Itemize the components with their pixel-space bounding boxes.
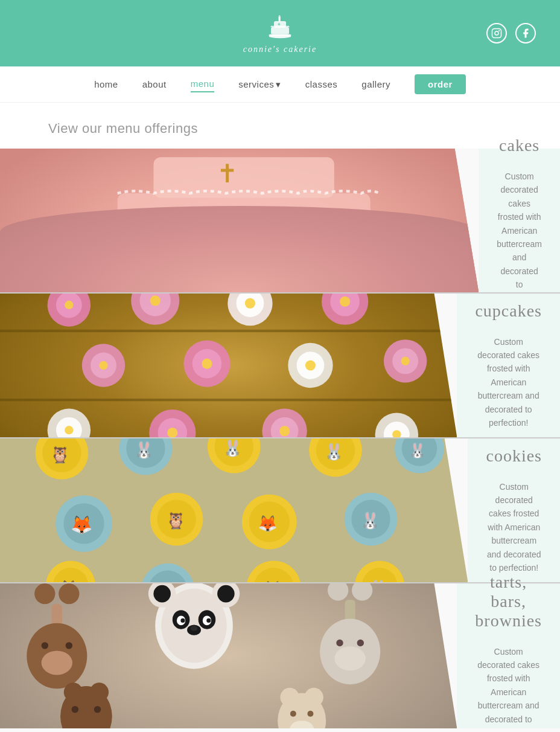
svg-point-16 bbox=[164, 245, 197, 277]
svg-point-109 bbox=[180, 618, 185, 623]
svg-point-110 bbox=[206, 618, 211, 623]
svg-point-135 bbox=[94, 706, 101, 713]
svg-text:🐰: 🐰 bbox=[223, 438, 243, 458]
svg-text:🐰: 🐰 bbox=[369, 579, 387, 582]
menu-item-cookies: 🦉 🐰 🐰 🐰 🐰 � bbox=[0, 438, 560, 583]
svg-text:🐰: 🐰 bbox=[134, 440, 154, 460]
cakes-illustration: ✝ bbox=[0, 149, 479, 292]
svg-point-121 bbox=[59, 583, 79, 604]
cookies-title: cookies bbox=[486, 446, 542, 466]
cakes-title: cakes bbox=[499, 136, 539, 155]
menu-item-cakes: ✝ cakes Custom decorated cakes frosted w… bbox=[0, 149, 560, 294]
svg-point-26 bbox=[65, 301, 73, 309]
svg-point-133 bbox=[90, 682, 109, 701]
svg-point-132 bbox=[64, 682, 83, 701]
svg-point-11 bbox=[59, 257, 420, 292]
svg-point-137 bbox=[280, 688, 299, 707]
cupcakes-illustration bbox=[0, 294, 457, 437]
menu-item-cupcakes: cupcakes Custom decorated cakes frosted … bbox=[0, 294, 560, 438]
svg-point-120 bbox=[34, 583, 55, 604]
cupcakes-image bbox=[0, 294, 457, 437]
nav-item-services[interactable]: services ▾ bbox=[238, 77, 281, 92]
svg-rect-2 bbox=[271, 27, 289, 34]
svg-point-141 bbox=[307, 711, 313, 717]
svg-point-29 bbox=[150, 295, 161, 306]
svg-point-126 bbox=[334, 646, 365, 670]
logo[interactable]: ✦ connie's cakerie bbox=[243, 12, 317, 54]
svg-text:🦊: 🦊 bbox=[60, 579, 78, 582]
chevron-down-icon: ▾ bbox=[276, 79, 281, 90]
nav-item-menu[interactable]: menu bbox=[191, 76, 215, 92]
svg-text:✝: ✝ bbox=[217, 160, 238, 188]
cookies-image: 🦉 🐰 🐰 🐰 🐰 � bbox=[0, 438, 468, 582]
svg-point-41 bbox=[202, 359, 212, 369]
svg-rect-13 bbox=[118, 193, 371, 243]
svg-point-44 bbox=[305, 360, 316, 370]
cupcakes-title: cupcakes bbox=[475, 301, 542, 321]
svg-point-130 bbox=[357, 640, 364, 646]
social-icons-group bbox=[486, 23, 536, 43]
svg-point-32 bbox=[245, 298, 255, 309]
cupcakes-content: cupcakes Custom decorated cakes frosted … bbox=[457, 294, 560, 437]
svg-point-38 bbox=[99, 361, 107, 370]
svg-point-116 bbox=[217, 585, 235, 603]
svg-point-19 bbox=[327, 245, 360, 277]
svg-point-122 bbox=[42, 642, 48, 649]
svg-rect-7 bbox=[492, 29, 501, 38]
svg-rect-1 bbox=[269, 34, 291, 36]
menu-item-tarts: tarts, bars, brownies Custom decorated c… bbox=[0, 583, 560, 728]
svg-point-119 bbox=[42, 650, 72, 675]
logo-text: connie's cakerie bbox=[243, 45, 317, 54]
cookies-illustration: 🦉 🐰 🐰 🐰 🐰 � bbox=[0, 438, 468, 582]
svg-point-129 bbox=[336, 640, 343, 646]
svg-text:🐰: 🐰 bbox=[409, 442, 427, 459]
nav-item-classes[interactable]: classes bbox=[305, 77, 338, 92]
svg-rect-14 bbox=[153, 157, 334, 197]
tarts-content: tarts, bars, brownies Custom decorated c… bbox=[457, 583, 560, 728]
svg-point-50 bbox=[65, 426, 73, 434]
svg-point-18 bbox=[273, 245, 305, 277]
svg-point-15 bbox=[110, 245, 143, 277]
tarts-description: Custom decorated cakes frosted with Amer… bbox=[475, 645, 542, 728]
svg-text:🦉: 🦉 bbox=[166, 511, 186, 530]
svg-text:✦: ✦ bbox=[277, 22, 281, 27]
menu-content-area: ✝ cakes Custom decorated cakes frosted w… bbox=[0, 149, 560, 728]
main-nav: home about menu services ▾ classes galle… bbox=[0, 66, 560, 103]
cookies-content: cookies Custom decorated cakes frosted w… bbox=[468, 438, 560, 582]
page-title-section: View our menu offerings bbox=[0, 103, 560, 149]
instagram-icon[interactable] bbox=[486, 23, 507, 43]
cakes-image: ✝ bbox=[0, 149, 479, 292]
tarts-title: tarts, bars, brownies bbox=[475, 573, 542, 631]
svg-point-115 bbox=[153, 585, 171, 603]
svg-point-8 bbox=[495, 31, 498, 35]
svg-point-138 bbox=[304, 688, 323, 707]
svg-text:🐰: 🐰 bbox=[360, 511, 380, 530]
svg-point-47 bbox=[401, 357, 410, 365]
tarts-illustration bbox=[0, 583, 457, 728]
svg-point-17 bbox=[218, 245, 251, 277]
page-title: View our menu offerings bbox=[48, 121, 512, 136]
svg-point-140 bbox=[290, 711, 296, 717]
nav-item-home[interactable]: home bbox=[94, 77, 118, 92]
cakes-description: Custom decorated cakes frosted with Amer… bbox=[497, 170, 542, 305]
svg-rect-12 bbox=[72, 239, 416, 284]
nav-item-gallery[interactable]: gallery bbox=[361, 77, 390, 92]
svg-text:🐰: 🐰 bbox=[324, 442, 344, 461]
facebook-icon[interactable] bbox=[515, 23, 536, 43]
svg-text:🦊: 🦊 bbox=[258, 514, 278, 533]
svg-point-35 bbox=[340, 297, 350, 307]
svg-point-123 bbox=[66, 642, 72, 649]
site-header: ✦ connie's cakerie bbox=[0, 0, 560, 66]
logo-icon: ✦ bbox=[265, 12, 295, 42]
svg-point-134 bbox=[72, 706, 78, 713]
svg-point-56 bbox=[279, 426, 290, 436]
svg-point-5 bbox=[278, 15, 280, 18]
cookies-description: Custom decorated cakes frosted with Amer… bbox=[486, 480, 542, 575]
svg-text:🦉: 🦉 bbox=[50, 445, 70, 464]
cupcakes-description: Custom decorated cakes frosted with Amer… bbox=[475, 335, 542, 430]
nav-item-order[interactable]: order bbox=[415, 74, 466, 94]
svg-text:🦊: 🦊 bbox=[71, 514, 93, 536]
svg-point-9 bbox=[498, 30, 500, 31]
nav-item-about[interactable]: about bbox=[142, 77, 167, 92]
cakes-content: cakes Custom decorated cakes frosted wit… bbox=[479, 149, 560, 292]
